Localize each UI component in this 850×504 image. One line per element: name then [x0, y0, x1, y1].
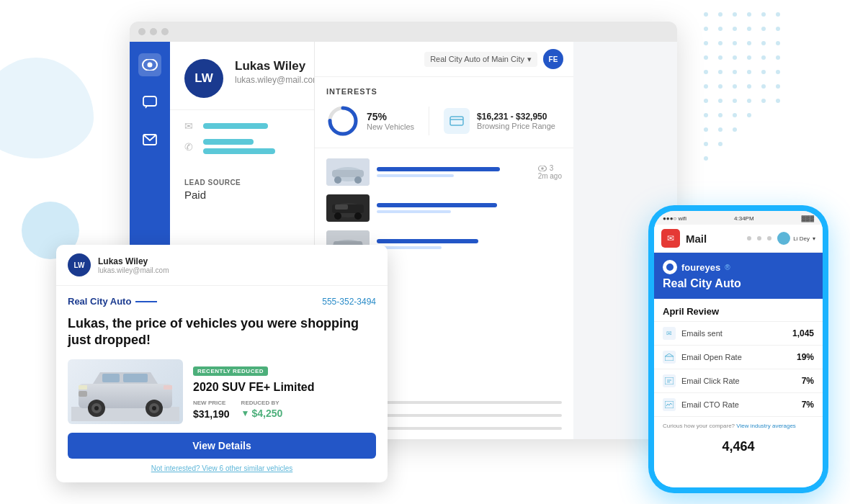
email-card-header: LW Lukas Wiley lukas.wiley@mail.com	[56, 245, 388, 286]
profile-section: LW Lukas Wiley lukas.wiley@mail.com	[170, 42, 314, 110]
price-icon	[444, 108, 470, 134]
footer-link[interactable]: View industry averages	[736, 423, 796, 429]
svg-point-5	[776, 12, 780, 17]
cto-rate-value: 7%	[802, 400, 814, 410]
interests-section: INTERESTS 75% New Vehicles	[315, 77, 573, 148]
not-interested-link[interactable]: Not interested? View 6 other similar veh…	[68, 464, 376, 472]
svg-point-47	[718, 127, 722, 132]
svg-rect-80	[102, 374, 120, 382]
vehicle-row[interactable]	[315, 190, 573, 226]
app-brand-label: foureyes	[681, 262, 720, 273]
vehicle-image	[68, 359, 183, 424]
interest-item-2: $16,231 - $32,950 Browsing Price Range	[444, 108, 555, 134]
svg-point-17	[776, 41, 780, 45]
app-dealer-label: Real City Auto	[663, 277, 814, 290]
battery-icon: ▓▓▓	[802, 215, 815, 222]
svg-point-13	[718, 41, 722, 45]
dealership-phone: 555-352-3494	[322, 297, 376, 307]
contact-rows: ✉ ✆	[170, 110, 314, 171]
sidebar-icon-eye[interactable]	[138, 53, 161, 76]
svg-point-3	[747, 12, 751, 17]
svg-point-9	[747, 27, 751, 31]
sidebar-icon-mail[interactable]	[138, 128, 161, 151]
report-title: April Review	[654, 299, 823, 322]
svg-point-8	[733, 27, 737, 31]
svg-point-87	[152, 406, 156, 410]
click-rate-icon	[663, 374, 676, 387]
views-badge: 3	[538, 164, 562, 172]
svg-point-15	[747, 41, 751, 45]
open-rate-value: 19%	[797, 352, 814, 362]
svg-point-51	[704, 156, 708, 161]
svg-point-45	[747, 113, 751, 117]
svg-rect-95	[665, 401, 674, 408]
new-price-item: NEW PRICE $31,190	[193, 400, 230, 420]
svg-point-42	[704, 113, 708, 117]
sidebar-icon-chat[interactable]	[138, 91, 161, 114]
email-sender-name: Lukas Wiley	[98, 256, 169, 266]
svg-point-70	[334, 212, 341, 220]
vehicle-subbar-2	[377, 210, 451, 213]
svg-point-64	[354, 176, 362, 184]
click-rate-value: 7%	[802, 376, 814, 386]
svg-point-14	[733, 41, 737, 45]
email-placeholder	[203, 123, 268, 129]
report-bottom-value: 4,464	[654, 435, 823, 459]
svg-point-49	[704, 142, 708, 146]
new-price-value: $31,190	[193, 408, 230, 420]
svg-point-84	[94, 406, 99, 410]
browser-titlebar	[130, 22, 677, 42]
svg-rect-81	[123, 374, 148, 382]
emails-sent-icon: ✉	[663, 327, 676, 340]
svg-point-66	[541, 167, 544, 170]
reduced-badge: RECENTLY REDUCED	[193, 366, 268, 376]
interest-pct: 75%	[367, 111, 414, 122]
svg-point-35	[776, 84, 780, 89]
svg-point-53	[148, 63, 153, 68]
user-badge[interactable]: FE	[543, 49, 563, 69]
svg-point-20	[733, 55, 737, 60]
browser-dot-1	[138, 28, 146, 35]
cto-rate-label: Email CTO Rate	[681, 400, 739, 409]
interest-label: New Vehicles	[367, 122, 414, 131]
profile-name: Lukas Wiley	[235, 59, 320, 73]
reduced-amount: ▼ $4,250	[241, 408, 283, 419]
svg-point-71	[354, 212, 362, 220]
mail-icon: ✉	[661, 229, 680, 248]
phone-screen: ●●●○ wifi 4:34PM ▓▓▓ ✉ Mail Li Dey ▾	[654, 211, 823, 487]
svg-point-37	[718, 99, 722, 103]
svg-point-38	[733, 99, 737, 103]
svg-point-33	[747, 84, 751, 89]
interest-price-label: Browsing Price Range	[477, 122, 555, 130]
email-avatar: LW	[68, 253, 91, 276]
vehicle-subbar-1	[377, 174, 454, 177]
dropdown-arrow: ▾	[527, 55, 532, 64]
phone-placeholder-2	[203, 148, 275, 154]
report-row-cto-rate: Email CTO Rate 7%	[654, 393, 823, 417]
svg-rect-58	[450, 117, 463, 125]
svg-rect-54	[143, 96, 156, 106]
svg-point-24	[704, 70, 708, 74]
svg-point-19	[718, 55, 722, 60]
svg-point-41	[776, 99, 780, 103]
svg-point-48	[733, 127, 737, 132]
svg-point-40	[761, 99, 766, 103]
vehicle-title: 2020 SUV FE+ Limited	[193, 380, 376, 394]
vehicle-row[interactable]: 3 2m ago	[315, 154, 573, 190]
dealer-name: Real City Auto of Main City	[430, 55, 524, 63]
profile-email: lukas.wiley@mail.com	[235, 75, 320, 85]
dealer-dropdown[interactable]: Real City Auto of Main City ▾	[424, 52, 537, 67]
svg-point-22	[761, 55, 766, 60]
phone-statusbar: ●●●○ wifi 4:34PM ▓▓▓	[654, 211, 823, 225]
svg-point-26	[733, 70, 737, 74]
app-logo: foureyes ®	[663, 260, 814, 274]
svg-point-36	[704, 99, 708, 103]
report-row-emails-sent: ✉ Emails sent 1,045	[654, 322, 823, 346]
email-icon: ✉	[184, 120, 196, 132]
click-rate-label: Email Click Rate	[681, 377, 740, 385]
time-badge: 2m ago	[538, 172, 562, 180]
report-footer: Curious how your compare? View industry …	[654, 417, 823, 435]
phone-mail-header: ✉ Mail Li Dey ▾	[654, 225, 823, 253]
right-panel-header: Real City Auto of Main City ▾ FE	[315, 42, 573, 77]
view-details-button[interactable]: View Details	[68, 433, 376, 459]
